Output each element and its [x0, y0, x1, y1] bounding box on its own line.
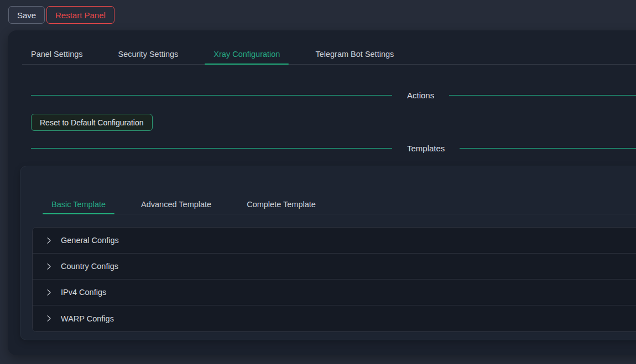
settings-panel: Panel Settings Security Settings Xray Co… [8, 30, 636, 355]
restart-panel-button[interactable]: Restart Panel [46, 6, 114, 24]
collapse-panel-label: IPv4 Configs [61, 288, 106, 297]
tab-basic-template[interactable]: Basic Template [43, 200, 114, 214]
collapse-panel-label: General Configs [61, 236, 119, 245]
templates-card: Basic Template Advanced Template Complet… [20, 166, 636, 340]
actions-divider-title: Actions [407, 91, 434, 100]
templates-divider-title: Templates [407, 144, 445, 153]
config-collapse: General Configs Country Configs IPv4 Con… [32, 227, 636, 332]
actions-divider: Actions [31, 89, 636, 101]
tab-xray-configuration[interactable]: Xray Configuration [205, 50, 289, 64]
chevron-right-icon [45, 315, 53, 322]
chevron-right-icon [45, 263, 53, 270]
tab-panel-settings[interactable]: Panel Settings [22, 50, 92, 64]
collapse-panel-general-configs[interactable]: General Configs [33, 228, 636, 254]
settings-tabbar: Panel Settings Security Settings Xray Co… [22, 30, 636, 65]
save-button[interactable]: Save [8, 6, 45, 24]
tab-telegram-bot-settings[interactable]: Telegram Bot Settings [306, 50, 403, 64]
tab-complete-template[interactable]: Complete Template [238, 200, 325, 214]
chevron-right-icon [45, 237, 53, 244]
collapse-panel-warp-configs[interactable]: WARP Configs [33, 305, 636, 331]
collapse-panel-ipv4-configs[interactable]: IPv4 Configs [33, 279, 636, 305]
divider-line [31, 148, 392, 149]
collapse-panel-label: Country Configs [61, 262, 118, 271]
divider-line [460, 148, 636, 149]
templates-divider: Templates [31, 142, 636, 154]
collapse-panel-country-configs[interactable]: Country Configs [33, 254, 636, 279]
template-tabbar: Basic Template Advanced Template Complet… [43, 184, 636, 214]
tab-security-settings[interactable]: Security Settings [110, 50, 187, 64]
tab-advanced-template[interactable]: Advanced Template [132, 200, 220, 214]
reset-default-configuration-button[interactable]: Reset to Default Configuration [31, 114, 153, 131]
divider-line [31, 95, 392, 96]
divider-line [449, 95, 636, 96]
chevron-right-icon [45, 289, 53, 296]
collapse-panel-label: WARP Configs [61, 314, 114, 323]
topbar: Save Restart Panel [0, 0, 636, 30]
